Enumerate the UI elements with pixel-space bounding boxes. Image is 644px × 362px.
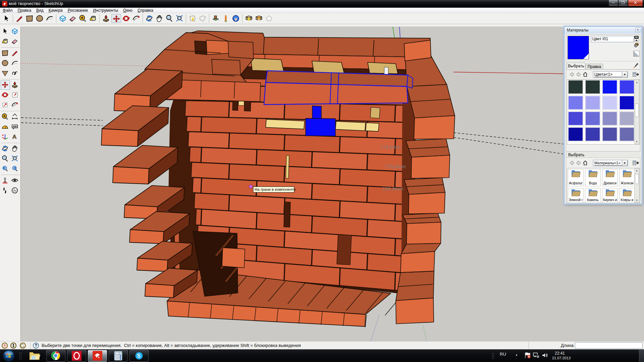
svg-text:На грани в компоненте: На грани в компоненте [255,187,296,191]
svg-text:779,0mm: 779,0mm [385,164,406,169]
svg-text:779,0mm: 779,0mm [380,144,401,150]
svg-text:0: 0 [119,352,120,354]
svg-text:ABC: ABC [13,125,18,128]
svg-text:A: A [12,133,17,140]
svg-text:A-S: A-S [13,191,16,193]
svg-text:C: C [14,188,15,190]
svg-text:?: ? [35,343,37,348]
svg-text:S: S [137,353,141,359]
svg-text:230,0mm: 230,0mm [382,186,404,191]
